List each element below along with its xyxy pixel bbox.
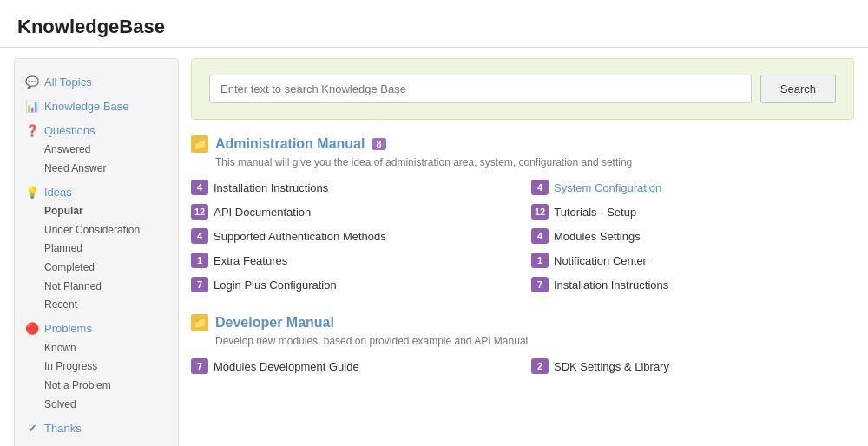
item-label: Tutorials - Setup [554,206,636,219]
thanks-icon: ✔ [25,421,39,435]
item-badge: 12 [191,204,208,220]
developer-manual-header: 📁 Developer Manual [191,314,854,331]
chat-icon: 💬 [25,75,39,89]
list-item: 4 Installation Instructions [191,177,514,198]
item-label: API Documentation [214,206,311,219]
item-badge: 1 [191,253,208,268]
sidebar-label-thanks: Thanks [44,422,82,435]
sidebar-item-ideas[interactable]: 💡 Ideas [25,181,168,202]
item-label: Extra Features [214,254,287,267]
admin-manual-folder-icon: 📁 [191,135,208,153]
sidebar: 💬 All Topics 📊 Knowledge Base ❓ Question… [14,58,179,446]
sidebar-item-planned[interactable]: Planned [44,239,168,259]
search-button[interactable]: Search [760,75,836,103]
sidebar-section-thanks: ✔ Thanks [25,417,168,438]
list-item: 7 Installation Instructions [531,274,854,295]
developer-manual-section: 📁 Developer Manual Develop new modules, … [191,314,854,377]
problems-sub: Known In Progress Not a Problem Solved [25,339,168,414]
item-label: Login Plus Configuration [214,279,337,292]
page-title: KnowledgeBase [0,0,868,47]
item-label: Modules Development Guide [214,360,359,373]
admin-manual-desc: This manual will give you the idea of ad… [191,156,854,168]
system-configuration-link[interactable]: System Configuration [554,181,661,194]
sidebar-label-knowledge-base: Knowledge Base [44,100,129,113]
admin-manual-title[interactable]: Administration Manual [215,136,365,152]
item-badge: 4 [191,228,208,244]
item-badge: 4 [191,180,208,195]
item-label: Notification Center [554,254,647,267]
admin-manual-header: 📁 Administration Manual 8 [191,135,854,153]
sidebar-item-need-answer[interactable]: Need Answer [44,160,168,179]
sidebar-item-thanks[interactable]: ✔ Thanks [25,417,168,438]
content-area: Search 📁 Administration Manual 8 This ma… [191,58,854,446]
admin-manual-badge: 8 [372,138,385,150]
admin-manual-section: 📁 Administration Manual 8 This manual wi… [191,135,854,295]
item-label: Installation Instructions [554,279,668,292]
admin-manual-items: 4 Installation Instructions 4 System Con… [191,177,854,295]
problems-icon: 🔴 [25,322,39,336]
item-badge: 4 [531,228,549,244]
sidebar-label-all-topics: All Topics [44,75,92,89]
list-item: 4 Modules Settings [531,226,854,246]
sidebar-item-all-topics[interactable]: 💬 All Topics [25,71,168,92]
list-item: 2 SDK Settings & Library [531,356,854,377]
sidebar-item-known[interactable]: Known [44,339,168,358]
title-divider [0,47,868,48]
sidebar-item-not-planned[interactable]: Not Planned [44,278,168,297]
developer-manual-items: 7 Modules Development Guide 2 SDK Settin… [191,356,854,377]
item-badge: 2 [531,358,549,374]
sidebar-item-under-consideration[interactable]: Under Consideration [44,221,168,240]
sidebar-item-answered[interactable]: Answered [44,141,168,160]
item-badge: 4 [531,180,549,195]
list-item: 12 API Documentation [191,201,514,222]
search-bar-container: Search [191,58,854,120]
sidebar-item-in-progress[interactable]: In Progress [44,357,168,377]
search-input[interactable] [209,75,752,103]
sidebar-item-solved[interactable]: Solved [44,396,168,415]
list-item: 12 Tutorials - Setup [531,201,854,222]
sidebar-item-knowledge-base[interactable]: 📊 Knowledge Base [25,95,168,116]
list-item: 7 Login Plus Configuration [191,274,514,295]
sidebar-label-ideas: Ideas [44,186,72,199]
sidebar-section-problems: 🔴 Problems Known In Progress Not a Probl… [25,318,168,414]
item-label: SDK Settings & Library [554,360,669,373]
sidebar-section-ideas: 💡 Ideas Popular Under Consideration Plan… [25,181,168,315]
developer-manual-folder-icon: 📁 [191,314,208,331]
item-badge: 7 [531,277,549,292]
sidebar-item-problems[interactable]: 🔴 Problems [25,318,168,339]
list-item: 1 Extra Features [191,250,514,271]
item-badge: 7 [191,358,208,374]
sidebar-item-completed[interactable]: Completed [44,259,168,278]
sidebar-item-questions[interactable]: ❓ Questions [25,120,168,141]
sidebar-item-not-a-problem[interactable]: Not a Problem [44,377,168,396]
sidebar-label-problems: Problems [44,322,92,335]
developer-manual-title[interactable]: Developer Manual [215,315,334,331]
main-layout: 💬 All Topics 📊 Knowledge Base ❓ Question… [0,58,868,446]
list-item: 4 Supported Authentication Methods [191,226,514,246]
kb-icon: 📊 [25,99,39,113]
list-item: 1 Notification Center [531,250,854,271]
question-icon: ❓ [25,123,39,137]
sidebar-section-knowledge-base: 📊 Knowledge Base [25,95,168,116]
sidebar-section-questions: ❓ Questions Answered Need Answer [25,120,168,178]
item-label: Supported Authentication Methods [214,230,386,243]
item-label: Installation Instructions [214,181,328,194]
item-badge: 1 [531,253,549,268]
list-item: 4 System Configuration [531,177,854,198]
sidebar-section-all-topics: 💬 All Topics [25,71,168,92]
developer-manual-desc: Develop new modules, based on provided e… [191,335,854,347]
item-badge: 12 [531,204,549,220]
sidebar-label-questions: Questions [44,124,95,137]
sidebar-item-popular[interactable]: Popular [44,202,168,221]
item-badge: 7 [191,277,208,292]
questions-sub: Answered Need Answer [25,141,168,178]
item-label: Modules Settings [554,230,641,243]
ideas-sub: Popular Under Consideration Planned Comp… [25,202,168,315]
list-item: 7 Modules Development Guide [191,356,514,377]
sidebar-item-recent[interactable]: Recent [44,296,168,315]
ideas-icon: 💡 [25,185,39,199]
